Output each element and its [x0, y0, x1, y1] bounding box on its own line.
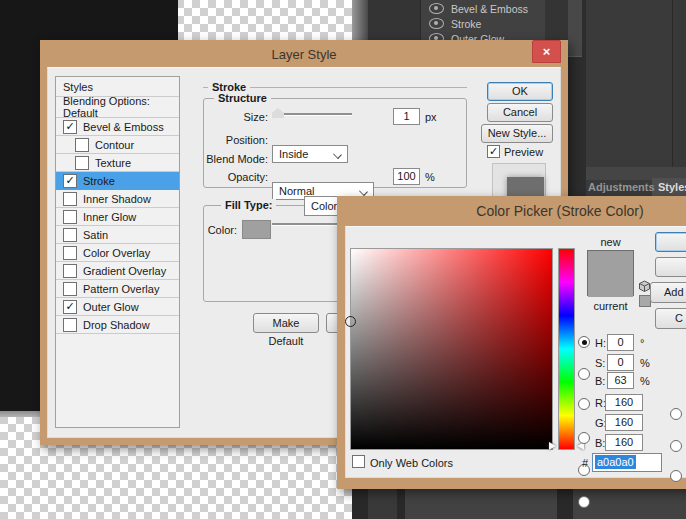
checkbox[interactable]	[75, 156, 89, 170]
color-field-marker[interactable]	[345, 316, 356, 327]
r-input[interactable]: 160	[605, 394, 643, 411]
s-label: S:	[595, 357, 605, 369]
color-field[interactable]	[350, 248, 553, 450]
visibility-eye-icon[interactable]	[429, 18, 444, 29]
hex-hash-label: #	[582, 457, 588, 469]
lab-b-radio[interactable]	[670, 470, 682, 482]
styles-list-item-outer-glow[interactable]: ✓ Outer Glow	[56, 298, 179, 316]
checkbox[interactable]	[63, 192, 77, 206]
opacity-input[interactable]: 100	[393, 168, 420, 185]
s-input[interactable]: 0	[607, 354, 634, 371]
new-color-label: new	[587, 236, 634, 248]
hex-input[interactable]: a0a0a0	[592, 453, 662, 472]
add-to-swatches-button[interactable]: Add	[650, 282, 686, 303]
checkbox[interactable]	[63, 264, 77, 278]
current-color-swatch	[588, 274, 633, 297]
styles-list-header[interactable]: Styles	[56, 77, 179, 97]
h-input[interactable]: 0	[607, 334, 634, 351]
color-libraries-label: C	[675, 312, 683, 324]
checkbox[interactable]	[75, 138, 89, 152]
lab-a-radio[interactable]	[670, 440, 682, 452]
checkbox[interactable]	[63, 318, 77, 332]
preview-checkbox[interactable]: ✓	[487, 145, 500, 158]
opacity-unit: %	[425, 171, 435, 183]
bottom-panel-block	[405, 489, 557, 519]
tab-adjustments[interactable]: Adjustments	[588, 181, 655, 193]
lab-l-radio[interactable]	[670, 408, 682, 420]
color-libraries-button[interactable]: C	[655, 308, 686, 329]
checkbox[interactable]: ✓	[63, 174, 77, 188]
hue-slider-left-arrow[interactable]	[549, 442, 556, 450]
styles-list-item-inner-shadow[interactable]: Inner Shadow	[56, 190, 179, 208]
check-icon: ✓	[65, 174, 74, 186]
style-item-label: Stroke	[83, 175, 115, 187]
checkbox[interactable]	[63, 210, 77, 224]
effect-row[interactable]: Bevel & Emboss	[421, 1, 546, 16]
visibility-eye-icon[interactable]	[429, 3, 444, 14]
size-slider[interactable]	[272, 107, 352, 121]
styles-list-item-inner-glow[interactable]: Inner Glow	[56, 208, 179, 226]
preview-label: Preview	[504, 146, 543, 158]
panel-corner-sliver	[568, 0, 582, 57]
picker-cancel-button[interactable]	[655, 257, 686, 277]
check-icon: ✓	[489, 145, 498, 157]
picker-ok-button[interactable]	[655, 232, 686, 252]
styles-list-item-satin[interactable]: Satin	[56, 226, 179, 244]
styles-list-item-contour[interactable]: Contour	[56, 136, 179, 154]
slider-thumb[interactable]	[272, 108, 284, 118]
s-radio[interactable]	[578, 368, 590, 380]
checkbox[interactable]: ✓	[63, 120, 77, 134]
effect-label[interactable]: Bevel & Emboss	[451, 3, 528, 15]
new-current-swatch	[587, 250, 634, 296]
r-radio[interactable]	[578, 432, 590, 444]
document-scrollbar[interactable]	[352, 0, 368, 45]
styles-list-item-blending-options[interactable]: Blending Options: Default	[56, 97, 179, 118]
styles-list-item-drop-shadow[interactable]: Drop Shadow	[56, 316, 179, 334]
position-value: Inside	[279, 148, 308, 160]
b-radio[interactable]	[578, 398, 590, 410]
effect-label[interactable]: Stroke	[451, 18, 481, 30]
ok-button[interactable]: OK	[487, 82, 553, 101]
structure-legend: Structure	[214, 92, 271, 104]
only-web-colors-checkbox[interactable]	[352, 455, 365, 468]
blend-mode-label: Blend Mode:	[206, 153, 268, 165]
styles-list-item-bevel-emboss[interactable]: ✓ Bevel & Emboss	[56, 118, 179, 136]
tab-styles[interactable]: Styles	[658, 181, 686, 193]
close-button[interactable]: ×	[532, 40, 561, 63]
h-unit: °	[640, 337, 644, 349]
style-item-label: Inner Glow	[83, 211, 136, 223]
new-style-button[interactable]: New Style...	[481, 124, 553, 143]
stroke-color-swatch[interactable]	[242, 220, 271, 239]
color-picker-dialog: Color Picker (Stroke Color) new current	[337, 196, 686, 489]
fill-color-label: Color:	[206, 224, 237, 236]
effect-row[interactable]: Stroke	[421, 16, 546, 31]
chevron-down-icon	[333, 150, 342, 159]
position-dropdown[interactable]: Inside	[272, 145, 348, 163]
size-input[interactable]: 1	[393, 108, 420, 125]
checkbox[interactable]	[63, 228, 77, 242]
b2-label: B:	[595, 437, 605, 449]
size-unit: px	[425, 111, 437, 123]
b2-input[interactable]: 160	[605, 434, 643, 451]
hex-value-selected: a0a0a0	[595, 455, 636, 469]
layer-style-dialog-title: Layer Style	[40, 47, 568, 62]
hue-bar[interactable]	[558, 248, 575, 450]
styles-list-item-texture[interactable]: Texture	[56, 154, 179, 172]
styles-list-item-stroke[interactable]: ✓ Stroke	[56, 172, 179, 190]
checkbox[interactable]	[63, 246, 77, 260]
checkbox[interactable]: ✓	[63, 300, 77, 314]
g-input[interactable]: 160	[605, 414, 643, 431]
make-default-button[interactable]: Make Default	[253, 313, 319, 333]
slider-track[interactable]	[272, 113, 352, 115]
styles-list-item-pattern-overlay[interactable]: Pattern Overlay	[56, 280, 179, 298]
b-input[interactable]: 63	[607, 372, 634, 389]
styles-list-header-label: Styles	[63, 81, 93, 93]
styles-list-item-gradient-overlay[interactable]: Gradient Overlay	[56, 262, 179, 280]
checkbox[interactable]	[63, 282, 77, 296]
h-radio[interactable]	[578, 336, 590, 348]
check-icon: ✓	[65, 300, 74, 312]
b2-radio[interactable]	[578, 496, 590, 508]
cancel-button[interactable]: Cancel	[487, 103, 553, 122]
styles-list-item-color-overlay[interactable]: Color Overlay	[56, 244, 179, 262]
check-icon: ✓	[65, 120, 74, 132]
